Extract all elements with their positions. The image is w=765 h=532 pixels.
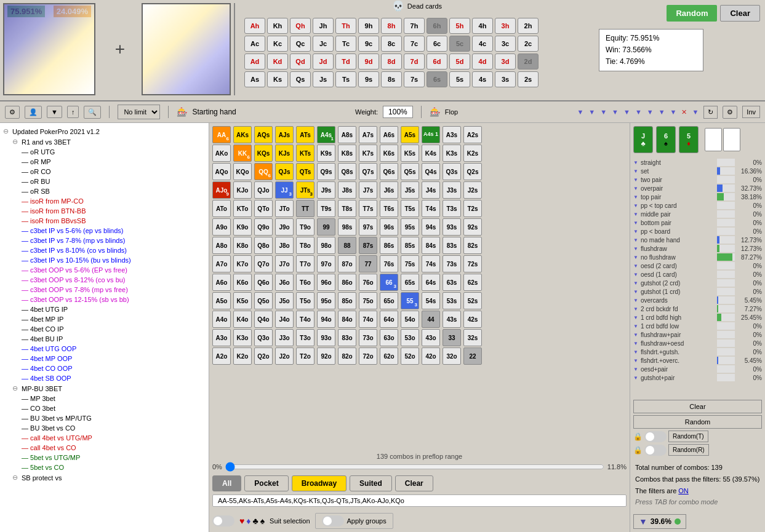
filter-button[interactable]: ▼: [47, 106, 62, 118]
cell-J2o[interactable]: J2o: [275, 347, 294, 365]
tree-4bet-bu-ip[interactable]: — 4bet BU IP: [18, 334, 209, 344]
card-As[interactable]: As: [244, 71, 265, 87]
cell-J3o[interactable]: J3o: [275, 329, 294, 346]
filter-tri-1[interactable]: ▼: [577, 108, 583, 116]
cell-T4o[interactable]: T4o: [296, 311, 314, 328]
flop-card-3[interactable]: 5 ♦: [679, 126, 699, 153]
cell-72o[interactable]: 72o: [359, 347, 377, 365]
card-Ts[interactable]: Ts: [335, 71, 356, 87]
cell-A3s[interactable]: A3s: [443, 126, 461, 143]
cell-64o[interactable]: 64o: [380, 311, 398, 328]
1crd-high-filter-icon[interactable]: ▼: [633, 315, 638, 320]
cell-QQ[interactable]: QQ6: [254, 163, 273, 180]
cell-98s[interactable]: 98s: [338, 218, 356, 236]
cell-85o[interactable]: 85o: [338, 292, 356, 309]
cell-Q9s[interactable]: Q9s: [317, 163, 335, 180]
cell-A4s-highlight[interactable]: A4s1: [317, 126, 335, 143]
no-flushdraw-filter-icon[interactable]: ▼: [633, 255, 638, 260]
cell-85s[interactable]: 85s: [401, 237, 419, 254]
cell-K5s[interactable]: K5s: [401, 145, 419, 162]
cell-JJ[interactable]: JJ3: [275, 181, 294, 199]
filter-tri-2[interactable]: ▼: [588, 108, 595, 116]
heart-icon[interactable]: ♥: [239, 516, 244, 526]
flushdraw-pair-filter-icon[interactable]: ▼: [633, 332, 638, 338]
cell-T3s[interactable]: T3s: [443, 200, 461, 217]
turn-card[interactable]: [705, 128, 722, 151]
1crd-low-filter-icon[interactable]: ▼: [633, 324, 638, 329]
cell-T2o[interactable]: T2o: [296, 347, 314, 365]
cell-A4s[interactable]: A4s 1: [422, 126, 440, 143]
filter-tri-4[interactable]: ▼: [612, 108, 619, 116]
cell-43o[interactable]: 43o: [422, 329, 440, 346]
card-6d[interactable]: 6d: [427, 54, 447, 69]
cell-QJs[interactable]: QJs: [275, 163, 294, 180]
cell-QTs[interactable]: QTs: [296, 163, 314, 180]
filter-tri-5[interactable]: ▼: [623, 108, 630, 116]
gutshot-1-filter-icon[interactable]: ▼: [633, 289, 638, 295]
cell-J9o[interactable]: J9o: [275, 218, 294, 236]
cell-K7s[interactable]: K7s: [359, 145, 377, 162]
gutshot-pair-filter-icon[interactable]: ▼: [633, 375, 638, 381]
cell-A9o[interactable]: A9o: [212, 218, 231, 236]
limit-type-select[interactable]: No limit: [118, 105, 160, 119]
tree-4bet-co-oop[interactable]: — 4bet CO OOP: [18, 363, 209, 373]
oesd-pair-filter-icon[interactable]: ▼: [633, 367, 638, 372]
cell-T8o[interactable]: T8o: [296, 237, 314, 254]
cell-AQo[interactable]: AQo: [212, 163, 231, 180]
card-8h[interactable]: 8h: [381, 18, 402, 34]
cell-Q4o[interactable]: Q4o: [254, 311, 273, 328]
tree-c3bet-ip-810[interactable]: — c3bet IP vs 8-10% (co vs blinds): [18, 245, 209, 255]
cell-Q2s[interactable]: Q2s: [463, 163, 482, 180]
spade-icon[interactable]: ♠: [260, 516, 265, 526]
cell-KK[interactable]: KK6: [233, 145, 252, 162]
cell-K3o[interactable]: K3o: [233, 329, 252, 346]
cell-KTo[interactable]: KTo: [233, 200, 252, 217]
card-4d[interactable]: 4d: [472, 54, 493, 69]
export-button[interactable]: ↑: [67, 106, 79, 118]
cell-A2o[interactable]: A2o: [212, 347, 231, 365]
cell-43s[interactable]: 43s: [443, 311, 461, 328]
card-Qs[interactable]: Qs: [290, 71, 311, 87]
tree-c3bet-oop-1215[interactable]: — c3bet OOP vs 12-15% (sb vs bb): [18, 295, 209, 304]
apply-groups-toggle[interactable]: [322, 515, 344, 526]
cell-K7o[interactable]: K7o: [233, 255, 252, 272]
card-2h[interactable]: 2h: [518, 18, 539, 34]
cell-A5o[interactable]: A5o: [212, 292, 231, 309]
card-Kh[interactable]: Kh: [267, 18, 288, 34]
cell-J5s[interactable]: J5s: [401, 181, 419, 199]
bottom-badge[interactable]: ▼ 39.6%: [633, 514, 686, 529]
tree-5bet-utg-mp[interactable]: — 5bet vs UTG/MP: [18, 453, 209, 463]
tree-c3bet-ip-1015[interactable]: — c3bet IP vs 10-15% (bu vs blinds): [18, 255, 209, 265]
cell-86o[interactable]: 86o: [338, 274, 356, 291]
cell-AA[interactable]: AA6: [212, 126, 231, 143]
cell-95s[interactable]: 95s: [401, 218, 419, 236]
card-9c[interactable]: 9c: [358, 36, 379, 52]
cell-T5o[interactable]: T5o: [296, 292, 314, 309]
cell-J4s[interactable]: J4s: [422, 181, 440, 199]
tree-isor-bbvssb[interactable]: — isoR from BBvsSB: [18, 216, 209, 226]
cell-75o[interactable]: 75o: [359, 292, 377, 309]
all-button[interactable]: All: [212, 475, 241, 491]
cell-AJs[interactable]: AJs: [275, 126, 294, 143]
cell-64s[interactable]: 64s: [422, 274, 440, 291]
cell-A4o[interactable]: A4o: [212, 311, 231, 328]
cell-92s[interactable]: 92s: [463, 218, 482, 236]
cell-T6s[interactable]: T6s: [380, 200, 398, 217]
card-Jh[interactable]: Jh: [313, 18, 334, 34]
cell-T6o[interactable]: T6o: [296, 274, 314, 291]
card-Ks[interactable]: Ks: [267, 71, 288, 87]
card-2d[interactable]: 2d: [518, 54, 539, 69]
cell-T5s[interactable]: T5s: [401, 200, 419, 217]
cell-Q6s[interactable]: Q6s: [380, 163, 398, 180]
cell-T7o[interactable]: T7o: [296, 255, 314, 272]
tree-4bet-utg-oop[interactable]: — 4bet UTG OOP: [18, 344, 209, 354]
card-8c[interactable]: 8c: [381, 36, 402, 52]
random-button-top[interactable]: Random: [667, 5, 717, 22]
card-5s[interactable]: 5s: [449, 71, 470, 87]
stats-clear-button[interactable]: Clear: [633, 400, 762, 413]
card-3h[interactable]: 3h: [495, 18, 516, 34]
cell-52o[interactable]: 52o: [401, 347, 419, 365]
card-9s[interactable]: 9s: [358, 71, 379, 87]
cell-86s[interactable]: 86s: [380, 237, 398, 254]
cell-22[interactable]: 22: [463, 347, 482, 365]
